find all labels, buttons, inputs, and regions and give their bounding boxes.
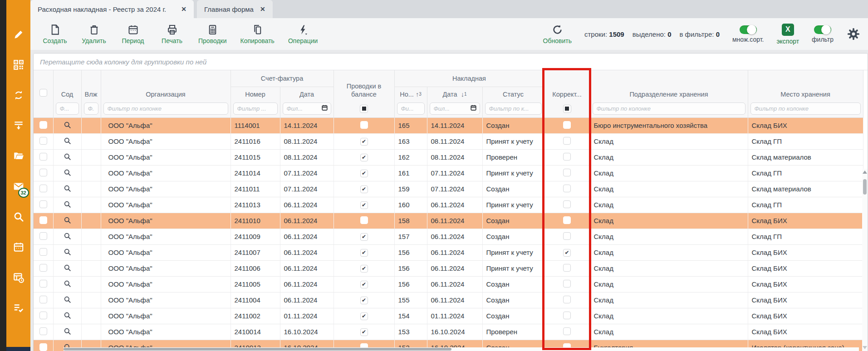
row-details-cell[interactable] (53, 276, 81, 292)
postings-checkbox[interactable]: ✔ (360, 281, 368, 288)
row-select-cell[interactable] (34, 292, 53, 308)
correction-cell[interactable] (544, 117, 590, 133)
horizontal-scrollbar-thumb[interactable] (64, 348, 451, 351)
correction-cell[interactable] (544, 181, 590, 197)
correction-cell[interactable] (544, 165, 590, 181)
magnifier-icon[interactable] (63, 311, 72, 320)
postings-filter-checkbox[interactable] (360, 105, 368, 113)
correction-checkbox[interactable] (563, 296, 571, 303)
schedule-table-icon[interactable] (13, 272, 25, 283)
magnifier-icon[interactable] (63, 279, 72, 288)
column-header-invoice-date[interactable]: Дата (280, 87, 333, 100)
correction-checkbox[interactable] (563, 153, 571, 161)
magnifier-icon[interactable] (63, 200, 72, 209)
postings-checkbox[interactable] (360, 121, 368, 129)
filter-toggle[interactable]: фильтр (812, 25, 834, 43)
horizontal-scrollbar[interactable] (64, 347, 859, 351)
magnifier-icon[interactable] (63, 248, 72, 256)
delete-button[interactable]: Удалить (81, 24, 107, 44)
correction-cell[interactable] (544, 133, 590, 149)
magnifier-icon[interactable] (63, 121, 72, 129)
postings-cell[interactable]: ✔ (333, 292, 394, 308)
postings-checkbox[interactable]: ✔ (360, 201, 368, 209)
postings-cell[interactable]: ✔ (333, 308, 394, 324)
postings-checkbox[interactable]: ✔ (360, 138, 368, 146)
operations-button[interactable]: Операции (288, 24, 318, 44)
table-row[interactable]: ООО "Альфа" 1114001 14.11.2024 165 14.11… (34, 117, 863, 133)
column-header-organization[interactable]: Организация (101, 70, 230, 100)
calendar-icon[interactable] (13, 241, 25, 253)
column-header-status[interactable]: Статус (482, 87, 544, 100)
row-checkbox[interactable] (39, 280, 47, 288)
postings-cell[interactable]: ✔ (333, 244, 394, 260)
row-select-cell[interactable] (34, 340, 53, 351)
postings-checkbox[interactable]: ✔ (360, 328, 368, 336)
search-icon[interactable] (13, 211, 25, 223)
correction-checkbox[interactable] (563, 169, 571, 176)
checklist-icon[interactable] (13, 302, 25, 314)
column-header-vlozh[interactable]: Влж (81, 70, 101, 100)
column-header-postings[interactable]: Проводки в балансе (333, 70, 394, 100)
row-select-cell[interactable] (34, 244, 53, 260)
table-row[interactable]: ООО "Альфа" 2410014 16.10.2024 ✔ 153 16.… (34, 324, 863, 340)
postings-cell[interactable] (333, 213, 394, 229)
postings-checkbox[interactable]: ✔ (360, 312, 368, 320)
row-checkbox[interactable] (39, 312, 47, 319)
scroll-up-arrow-icon[interactable] (863, 171, 867, 174)
group-drop-zone[interactable]: Перетащите сюда колонку для группировки … (34, 54, 868, 70)
row-checkbox[interactable] (39, 216, 47, 224)
close-tab-icon[interactable]: ✕ (181, 5, 186, 13)
close-tab-icon[interactable]: ✕ (260, 5, 265, 13)
postings-cell[interactable]: ✔ (333, 165, 394, 181)
create-button[interactable]: Создать (42, 24, 68, 44)
row-details-cell[interactable] (53, 292, 81, 308)
postings-checkbox[interactable]: ✔ (360, 265, 368, 273)
row-checkbox[interactable] (39, 327, 47, 335)
row-select-cell[interactable] (34, 260, 53, 276)
table-row[interactable]: ООО "Альфа" 2411007 06.11.2024 ✔ 156 06.… (34, 244, 863, 260)
refresh-button[interactable]: Обновить (543, 24, 572, 44)
column-header-department[interactable]: Подразделение хранения (590, 70, 748, 100)
row-details-cell[interactable] (53, 324, 81, 340)
correction-checkbox[interactable] (563, 137, 571, 145)
row-checkbox[interactable] (39, 121, 47, 129)
postings-checkbox[interactable] (360, 216, 368, 224)
filter-input-organization[interactable] (103, 102, 228, 115)
correction-checkbox[interactable] (563, 185, 571, 192)
correction-checkbox[interactable] (563, 280, 571, 288)
magnifier-icon[interactable] (63, 184, 72, 193)
row-select-cell[interactable] (34, 308, 53, 324)
magnifier-icon[interactable] (63, 168, 72, 177)
print-button[interactable]: Печать (159, 24, 185, 44)
filter-input-vlozh[interactable] (84, 102, 98, 115)
row-select-cell[interactable] (34, 213, 53, 229)
folder-icon[interactable] (13, 150, 25, 162)
row-select-cell[interactable] (34, 133, 53, 149)
select-all-cell[interactable] (34, 70, 53, 100)
row-details-cell[interactable] (53, 197, 81, 213)
column-header-correction[interactable]: Коррект... (544, 70, 590, 100)
copy-button[interactable]: Копировать (240, 24, 275, 44)
magnifier-icon[interactable] (63, 327, 72, 336)
correction-cell[interactable] (544, 149, 590, 165)
filter-input-waybill-number[interactable] (397, 102, 425, 115)
correction-cell[interactable] (544, 197, 590, 213)
magnifier-icon[interactable] (63, 152, 72, 161)
filter-input-invoice-number[interactable] (233, 102, 278, 115)
correction-cell[interactable] (544, 229, 590, 244)
row-checkbox[interactable] (39, 248, 47, 256)
postings-checkbox[interactable]: ✔ (360, 185, 368, 193)
row-select-cell[interactable] (34, 197, 53, 213)
correction-cell[interactable]: ✔ (544, 244, 590, 260)
table-row[interactable]: ООО "Альфа" 2411016 08.11.2024 ✔ 163 08.… (34, 133, 863, 149)
row-details-cell[interactable] (53, 165, 81, 181)
row-details-cell[interactable] (53, 260, 81, 276)
column-header-sod[interactable]: Сод (53, 70, 81, 100)
correction-checkbox[interactable] (563, 121, 571, 129)
magnifier-icon[interactable] (63, 136, 72, 145)
vertical-scrollbar[interactable] (862, 169, 868, 351)
tab-main-form[interactable]: Главная форма ✕ (197, 0, 273, 18)
postings-checkbox[interactable]: ✔ (360, 170, 368, 177)
select-all-checkbox[interactable] (39, 89, 47, 97)
sync-icon[interactable] (13, 89, 25, 101)
